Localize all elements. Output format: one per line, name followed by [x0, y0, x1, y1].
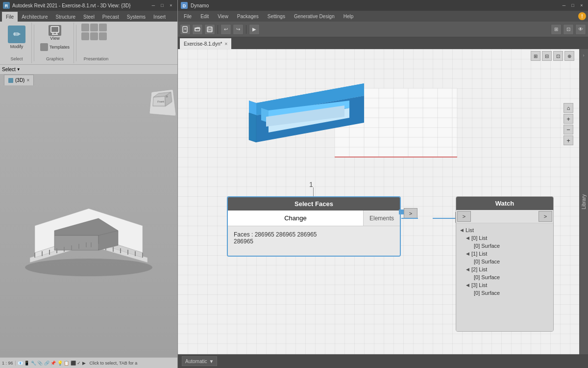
- modify-button[interactable]: ✏ Modify: [5, 24, 28, 51]
- revit-ribbon: ✏ Modify Select View Templates Graphics: [0, 22, 177, 65]
- ribbon-sep-1: [34, 25, 34, 61]
- menu-view[interactable]: View: [214, 13, 232, 20]
- templates-btn[interactable]: Templates: [39, 43, 71, 52]
- tree-label-3-0-surface: [0] Surface: [474, 290, 500, 296]
- select-faces-body: Change Elements Faces : 286965 286965 28…: [228, 210, 400, 256]
- svg-rect-2: [51, 26, 59, 32]
- view-ctrl-3[interactable]: ⊡: [553, 51, 563, 61]
- tree-item-0-0-surface: [0] Surface: [460, 242, 549, 250]
- dynamo-file-tab-exercise[interactable]: Exercise-8.1.dyn* ×: [180, 38, 231, 49]
- toolbar-redo-btn[interactable]: ↪: [233, 24, 244, 35]
- dynamo-minimize-btn[interactable]: ─: [561, 2, 567, 9]
- menu-packages[interactable]: Packages: [233, 13, 263, 20]
- revit-restore-btn[interactable]: □: [159, 2, 166, 9]
- tree-item-list: ◀ List: [460, 226, 549, 234]
- revit-tab-architecture[interactable]: Architecture: [18, 12, 51, 22]
- toolbar-layout-btn[interactable]: ⊞: [551, 24, 562, 35]
- output-dot: [399, 210, 404, 214]
- toolbar-run-btn[interactable]: ▶: [249, 24, 260, 35]
- tree-label-1-list: [1] List: [471, 251, 487, 257]
- toolbar-preview-btn[interactable]: 👁: [575, 24, 586, 35]
- zoom-out-btn[interactable]: −: [564, 125, 573, 134]
- graphics-group-label: Graphics: [46, 56, 64, 62]
- revit-tab-steel[interactable]: Steel: [79, 12, 98, 22]
- dynamo-restore-btn[interactable]: □: [569, 2, 576, 9]
- node-number-text: 1: [309, 181, 313, 188]
- revit-tab-precast[interactable]: Precast: [98, 12, 123, 22]
- menu-edit[interactable]: Edit: [196, 13, 213, 20]
- zoom-home-btn[interactable]: ⌂: [564, 103, 573, 113]
- presentation-icons: [81, 24, 111, 40]
- dynamo-toolbar: ↩ ↪ ▶ ⊞ ⊡ 👁: [178, 22, 588, 37]
- view-ctrl-2[interactable]: ⊟: [542, 51, 552, 61]
- tree-arrow-2-list: ◀: [466, 267, 469, 272]
- library-panel[interactable]: Library ›: [579, 49, 588, 354]
- toolbar-save-btn[interactable]: [204, 24, 215, 35]
- view-ctrl-4[interactable]: ⊕: [564, 51, 574, 61]
- viewport-tab[interactable]: (3D) ×: [4, 75, 34, 85]
- dynamo-close-btn[interactable]: ×: [578, 2, 585, 9]
- menu-settings[interactable]: Settings: [264, 13, 289, 20]
- faces-text: Faces : 286965 286965 286965286965: [234, 231, 317, 245]
- revit-tab-structure[interactable]: Structure: [51, 12, 79, 22]
- revit-building-svg: [15, 155, 162, 277]
- right-arrow-icon: >: [409, 210, 412, 216]
- library-label: Library: [581, 194, 587, 210]
- file-tab-close-btn[interactable]: ×: [224, 41, 227, 47]
- view-btn[interactable]: View: [47, 24, 63, 43]
- revit-tab-systems[interactable]: Systems: [123, 12, 149, 22]
- revit-close-btn[interactable]: ×: [168, 2, 174, 9]
- menu-file[interactable]: File: [180, 13, 196, 20]
- select-label: Select: [2, 67, 16, 72]
- svg-rect-43: [208, 30, 212, 31]
- watch-header: Watch: [456, 197, 553, 210]
- view-icon: [49, 25, 61, 36]
- view-small-btns: Templates: [39, 43, 71, 52]
- tree-arrow-list: ◀: [460, 228, 464, 233]
- tree-label-2-0-surface: [0] Surface: [474, 274, 500, 280]
- file-tab-label: Exercise-8.1.dyn*: [184, 41, 222, 47]
- select-dropdown-arrow[interactable]: ▼: [17, 67, 21, 72]
- select-faces-main: Change Elements Faces : 286965 286965 28…: [228, 210, 400, 256]
- revit-title-bar: R Autodesk Revit 2021 - Exercise-8.1.rvt…: [0, 0, 177, 11]
- revit-minimize-btn[interactable]: ─: [150, 2, 157, 9]
- menu-help[interactable]: Help: [340, 13, 358, 20]
- menu-generative[interactable]: Generative Design: [290, 13, 339, 20]
- tree-label-list: List: [466, 227, 474, 233]
- tree-item-1-0-surface: [0] Surface: [460, 258, 549, 265]
- tree-item-2-list: ◀ [2] List: [460, 265, 549, 273]
- viewport-tab-label: (3D): [15, 78, 24, 83]
- toolbar-zoom-fit-btn[interactable]: ⊡: [563, 24, 574, 35]
- dynamo-canvas[interactable]: 1 Select Faces Change Elements Faces : 2…: [178, 49, 588, 354]
- presentation-group-label: Presentation: [84, 56, 109, 62]
- dynamo-window: D Dynamo ─ □ × File Edit View Packages S…: [178, 0, 588, 368]
- toolbar-sep: [218, 25, 218, 34]
- change-button[interactable]: Change: [228, 210, 364, 226]
- info-icon[interactable]: !: [578, 12, 586, 20]
- viewport-close-btn[interactable]: ×: [26, 78, 29, 83]
- watch-left-icon: >: [463, 213, 466, 219]
- modify-icon: ✏: [8, 26, 25, 43]
- status-mode-dropdown[interactable]: Automatic ▼: [182, 356, 217, 366]
- zoom-controls: ⌂ + − +: [564, 103, 573, 145]
- templates-label: Templates: [49, 45, 70, 50]
- select-group-label: Select: [10, 56, 23, 62]
- toolbar-open-btn[interactable]: [192, 24, 203, 35]
- dynamo-logo-icon: D: [181, 2, 188, 9]
- revit-tab-insert[interactable]: Insert: [149, 12, 170, 22]
- watch-right-btn[interactable]: >: [539, 211, 552, 222]
- revit-tab-file[interactable]: File: [2, 12, 18, 22]
- toolbar-undo-btn[interactable]: ↩: [220, 24, 231, 35]
- zoom-fit-btn[interactable]: +: [564, 135, 573, 145]
- watch-left-btn[interactable]: >: [457, 211, 471, 222]
- view-ctrl-1[interactable]: ⊞: [531, 51, 540, 61]
- svg-marker-18: [54, 236, 98, 250]
- svg-point-12: [25, 259, 152, 276]
- zoom-in-btn[interactable]: +: [564, 114, 573, 124]
- right-arrow-btn[interactable]: >: [404, 208, 417, 219]
- toolbar-new-btn[interactable]: [180, 24, 191, 35]
- node-number-label: 1: [309, 181, 313, 188]
- view-btn-label: View: [50, 36, 59, 41]
- 3d-icon: [8, 78, 13, 83]
- watch-right-icon: >: [544, 213, 547, 219]
